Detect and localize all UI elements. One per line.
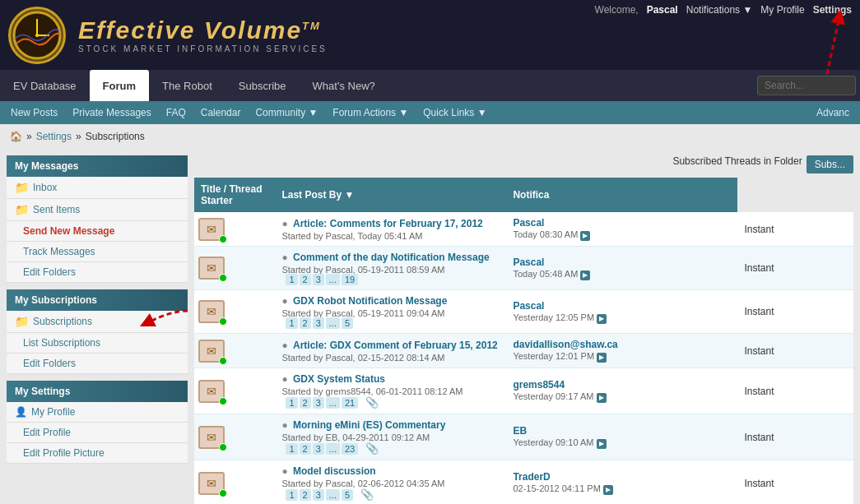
nav-ev-database[interactable]: EV Database (0, 70, 90, 101)
track-messages-link[interactable]: Track Messages (23, 246, 95, 257)
my-profile-link[interactable]: My Profile (760, 4, 804, 16)
sidebar-edit-folders2[interactable]: Edit Folders (7, 354, 188, 374)
page-link[interactable]: 3 (313, 274, 324, 285)
page-link[interactable]: 19 (342, 274, 358, 285)
welcome-text: Welcome, (595, 4, 639, 16)
page-link[interactable]: ... (326, 317, 340, 329)
page-link[interactable]: 1 (286, 397, 297, 409)
thread-title-link[interactable]: Morning eMini (ES) Commentary (293, 419, 445, 431)
page-link[interactable]: ... (326, 489, 340, 501)
sub-nav-private-messages[interactable]: Private Messages (66, 104, 157, 122)
home-icon[interactable]: 🏠 (10, 131, 22, 142)
thread-title-link[interactable]: Comment of the day Notification Message (293, 252, 490, 263)
page-link[interactable]: 3 (313, 317, 324, 329)
send-new-message-link[interactable]: Send New Message (23, 225, 114, 237)
go-to-post-icon[interactable]: ▶ (580, 270, 590, 280)
page-link[interactable]: 21 (342, 397, 358, 409)
sub-nav-quick-links[interactable]: Quick Links ▼ (416, 104, 493, 122)
sidebar-list-subscriptions[interactable]: List Subscriptions (7, 333, 188, 354)
page-link[interactable]: 3 (313, 489, 324, 501)
sub-nav-new-posts[interactable]: New Posts (4, 104, 64, 122)
sidebar-track-messages[interactable]: Track Messages (7, 242, 188, 262)
sidebar-my-profile[interactable]: 👤 My Profile (7, 402, 188, 423)
thread-last-post-cell: Pascal Yesterday 12:05 PM ▶ (506, 290, 737, 334)
col-notification: Notifica (506, 178, 737, 212)
thread-notification-cell: Instant (737, 290, 853, 334)
nav-forum[interactable]: Forum (90, 70, 149, 101)
edit-folders-link[interactable]: Edit Folders (23, 266, 76, 278)
sub-nav-forum-actions[interactable]: Forum Actions ▼ (326, 104, 415, 122)
last-poster-link[interactable]: grems8544 (513, 379, 731, 391)
sub-nav-faq[interactable]: FAQ (160, 104, 193, 122)
my-profile-sidebar-link[interactable]: My Profile (31, 406, 75, 418)
sidebar-send-new-message[interactable]: Send New Message (7, 221, 188, 242)
nav-whats-new[interactable]: What's New? (300, 70, 388, 101)
attachment-icon: 📎 (360, 488, 374, 501)
page-link[interactable]: 1 (286, 274, 297, 285)
page-link[interactable]: 2 (300, 317, 311, 329)
list-subscriptions-link[interactable]: List Subscriptions (23, 337, 100, 349)
sidebar-inbox[interactable]: 📁 Inbox (7, 177, 188, 199)
edit-profile-link[interactable]: Edit Profile (23, 427, 71, 438)
settings-link[interactable]: Settings (813, 4, 852, 16)
sent-items-link[interactable]: Sent Items (33, 204, 80, 215)
page-link[interactable]: 23 (342, 443, 358, 455)
page-link[interactable]: 5 (342, 489, 353, 501)
sub-nav-community[interactable]: Community ▼ (249, 104, 324, 122)
page-link[interactable]: ... (326, 443, 340, 455)
page-link[interactable]: ... (326, 274, 340, 285)
go-to-post-icon[interactable]: ▶ (597, 353, 607, 363)
sidebar-edit-profile[interactable]: Edit Profile (7, 423, 188, 443)
thread-notification-cell: Instant (737, 460, 853, 505)
edit-folders2-link[interactable]: Edit Folders (23, 358, 76, 369)
last-poster-link[interactable]: Pascal (513, 300, 731, 312)
notification-type: Instant (744, 432, 774, 443)
sidebar-sent-items[interactable]: 📁 Sent Items (7, 199, 188, 221)
edit-profile-picture-link[interactable]: Edit Profile Picture (23, 447, 105, 459)
subscriptions-link[interactable]: Subscriptions (33, 316, 92, 327)
my-messages-section: My Messages 📁 Inbox 📁 Sent Items Send Ne… (7, 155, 188, 283)
go-to-post-icon[interactable]: ▶ (597, 314, 607, 324)
inbox-link[interactable]: Inbox (33, 182, 57, 193)
thread-title-link[interactable]: Model discussion (293, 465, 376, 477)
last-poster-link[interactable]: Pascal (513, 217, 731, 229)
go-to-post-icon[interactable]: ▶ (597, 393, 607, 403)
last-poster-link[interactable]: Pascal (513, 257, 731, 268)
page-link[interactable]: ... (326, 397, 340, 409)
my-messages-header: My Messages (7, 155, 188, 177)
thread-title-link[interactable]: Article: Comments for February 17, 2012 (293, 218, 483, 229)
go-to-post-icon[interactable]: ▶ (603, 485, 613, 495)
search-input[interactable] (757, 76, 856, 95)
thread-last-post-cell: EB Yesterday 09:10 AM ▶ (506, 414, 737, 460)
nav-the-robot[interactable]: The Robot (149, 70, 225, 101)
subs-button[interactable]: Subs... (807, 155, 853, 173)
sidebar-edit-folders[interactable]: Edit Folders (7, 262, 188, 283)
page-link[interactable]: 3 (313, 443, 324, 455)
last-poster-link[interactable]: EB (513, 425, 731, 437)
thread-title-link[interactable]: GDX Robot Notification Message (293, 295, 447, 307)
page-link[interactable]: 2 (300, 397, 311, 409)
go-to-post-icon[interactable]: ▶ (580, 231, 590, 241)
page-link[interactable]: 2 (300, 274, 311, 285)
go-to-post-icon[interactable]: ▶ (597, 439, 607, 449)
page-link[interactable]: 1 (286, 489, 297, 501)
nav-subscribe[interactable]: Subscribe (225, 70, 300, 101)
thread-title-link[interactable]: Article: GDX Comment of February 15, 201… (293, 340, 498, 351)
page-link[interactable]: 1 (286, 317, 297, 329)
last-poster-link[interactable]: davidallison@shaw.ca (513, 339, 731, 350)
thread-title-cell: ● Article: GDX Comment of February 15, 2… (275, 334, 506, 368)
page-link[interactable]: 2 (300, 489, 311, 501)
sub-nav-calendar[interactable]: Calendar (194, 104, 248, 122)
page-link[interactable]: 2 (300, 443, 311, 455)
sidebar-subscriptions[interactable]: 📁 Subscriptions (7, 311, 188, 333)
thread-title-link[interactable]: GDX System Status (293, 373, 385, 385)
notifications-link[interactable]: Notifications ▼ (686, 4, 753, 16)
page-link[interactable]: 3 (313, 397, 324, 409)
last-poster-link[interactable]: TraderD (513, 471, 731, 483)
page-link[interactable]: 1 (286, 443, 297, 455)
sidebar-edit-profile-picture[interactable]: Edit Profile Picture (7, 443, 188, 464)
table-row: ✉ ● Comment of the day Notification Mess… (194, 247, 853, 290)
page-link[interactable]: 5 (342, 317, 353, 329)
notification-type: Instant (744, 262, 774, 274)
breadcrumb-settings[interactable]: Settings (36, 131, 72, 142)
